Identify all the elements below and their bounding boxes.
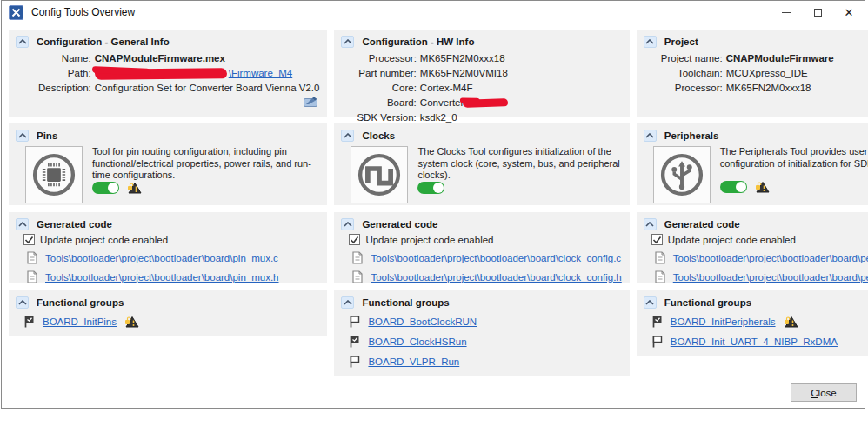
file-icon: [27, 270, 37, 283]
collapse-chevron-icon[interactable]: [341, 296, 354, 309]
panel-title: Pins: [37, 130, 57, 141]
redaction-scribble: [463, 99, 508, 109]
close-button[interactable]: Close: [791, 383, 857, 402]
update-project-code-checkbox[interactable]: [651, 234, 663, 245]
tool-description: Tool for pin routing configuration, incl…: [92, 146, 319, 182]
maximize-icon: [814, 9, 822, 17]
close-window-button[interactable]: ✕: [833, 1, 865, 23]
collapse-chevron-icon[interactable]: [16, 296, 29, 309]
panel-clocks-tool: Clocks The Clocks Tool configures initia…: [334, 123, 629, 205]
file-icon: [352, 251, 363, 264]
panel-general-info: Configuration - General Info Name: CNAPM…: [9, 30, 327, 117]
collapse-chevron-icon[interactable]: [341, 130, 354, 142]
collapse-chevron-icon[interactable]: [16, 130, 29, 142]
peripherals-enable-toggle[interactable]: [720, 181, 747, 193]
peripherals-tool-button[interactable]: [653, 146, 711, 203]
panel-title: Generated code: [664, 219, 740, 230]
flag-selected-icon: [23, 315, 35, 329]
file-icon: [655, 270, 665, 283]
generated-file-link[interactable]: Tools\bootloader\project\bootloader\boar…: [45, 272, 279, 283]
warning-icon: [755, 181, 770, 193]
panel-title: Configuration - General Info: [37, 37, 170, 47]
processor-label: Processor:: [675, 81, 723, 95]
minimize-button[interactable]: [771, 1, 802, 23]
panel-pins-tool: Pins: [9, 123, 327, 205]
maximize-button[interactable]: [802, 1, 833, 23]
collapse-chevron-icon[interactable]: [16, 36, 29, 48]
processor-value: MK65FN2M0xxx18: [726, 81, 868, 95]
clocks-tool-button[interactable]: [351, 146, 408, 203]
panel-clocks-functional-groups: Functional groups BOARD_BootClockRUN BOA…: [334, 290, 629, 376]
generated-file-link[interactable]: Tools\bootloader\project\bootloader\boar…: [371, 253, 621, 263]
clocks-enable-toggle[interactable]: [417, 182, 444, 194]
panel-hw-info: Configuration - HW Info Processor: MK65F…: [334, 30, 629, 117]
file-icon: [352, 270, 363, 283]
project-name-label: Project name:: [661, 51, 723, 65]
titlebar: Config Tools Overview ✕: [2, 1, 865, 23]
generated-file-link[interactable]: Tools\bootloader\project\bootloader\boar…: [45, 253, 278, 263]
sdk-version-label: SDK Version:: [357, 110, 416, 124]
collapse-chevron-icon[interactable]: [644, 296, 657, 309]
chip-icon: [30, 150, 78, 199]
redaction-scribble: [95, 68, 227, 80]
collapse-chevron-icon[interactable]: [644, 130, 657, 142]
functional-group-link[interactable]: BOARD_Init_UART_4_NIBP_RxDMA: [671, 336, 838, 347]
panel-peripherals-generated-code: Generated code Update project code enabl…: [637, 212, 868, 283]
generated-file-link[interactable]: Tools\bootloader\project\bootloader\boar…: [673, 253, 868, 263]
name-value: CNAPModuleFirmware.mex: [95, 51, 320, 65]
part-number-value: MK65FN2M0VMI18: [420, 66, 622, 80]
warning-icon: [127, 182, 142, 194]
panel-clocks-generated-code: Generated code Update project code enabl…: [334, 212, 629, 283]
collapse-chevron-icon[interactable]: [16, 218, 29, 230]
panel-title: Configuration - HW Info: [362, 37, 474, 47]
panel-title: Generated code: [362, 219, 437, 230]
path-label: Path:: [68, 66, 91, 80]
flag-selected-icon: [651, 315, 663, 329]
window-title: Config Tools Overview: [31, 6, 135, 18]
panel-title: Functional groups: [37, 297, 124, 308]
path-link[interactable]: \Firmware_M4: [229, 68, 292, 78]
functional-group-link[interactable]: BOARD_InitPeripherals: [671, 316, 776, 327]
panel-title: Project: [664, 37, 698, 47]
functional-group-link[interactable]: BOARD_VLPR_Run: [368, 356, 459, 367]
file-icon: [655, 251, 665, 264]
functional-group-link[interactable]: BOARD_BootClockRUN: [368, 316, 477, 327]
processor-label: Processor:: [369, 51, 417, 65]
collapse-chevron-icon[interactable]: [644, 218, 657, 230]
name-label: Name:: [62, 51, 91, 65]
panel-title: Peripherals: [664, 130, 719, 141]
generated-file-link[interactable]: Tools\bootloader\project\bootloader\boar…: [371, 272, 621, 283]
file-icon: [27, 251, 37, 264]
board-label: Board:: [387, 96, 417, 110]
panel-peripherals-tool: Peripherals: [637, 123, 868, 205]
flag-outline-icon: [349, 355, 360, 369]
collapse-chevron-icon[interactable]: [341, 218, 354, 230]
update-project-code-checkbox[interactable]: [23, 234, 35, 245]
board-value: Converter: [420, 97, 464, 108]
update-project-code-checkbox[interactable]: [349, 234, 360, 245]
toolchain-value: MCUXpresso_IDE: [726, 66, 868, 80]
flag-outline-icon: [651, 335, 663, 349]
sdk-version-value: ksdk2_0: [420, 110, 622, 124]
pins-tool-button[interactable]: [25, 146, 83, 203]
description-label: Description:: [38, 81, 91, 95]
minimize-icon: [782, 12, 791, 13]
generated-file-link[interactable]: Tools\bootloader\project\bootloader\boar…: [673, 272, 868, 283]
toolchain-label: Toolchain:: [678, 66, 723, 80]
part-number-label: Part number:: [358, 66, 416, 80]
panel-title: Functional groups: [362, 297, 449, 308]
close-icon: ✕: [845, 7, 854, 18]
description-value: Configuration Set for Converter Board Vi…: [95, 81, 320, 95]
collapse-chevron-icon[interactable]: [341, 36, 354, 48]
functional-group-link[interactable]: BOARD_InitPins: [43, 316, 117, 327]
checkbox-label: Update project code enabled: [365, 235, 493, 245]
warning-icon: [784, 316, 798, 328]
edit-description-icon[interactable]: [304, 95, 318, 110]
functional-group-link[interactable]: BOARD_ClockHSRun: [368, 336, 466, 347]
core-value: Cortex-M4F: [420, 81, 622, 95]
core-label: Core:: [392, 81, 417, 95]
pins-enable-toggle[interactable]: [92, 182, 119, 194]
collapse-chevron-icon[interactable]: [644, 36, 657, 48]
flag-outline-icon: [349, 315, 360, 329]
panel-title: Functional groups: [664, 297, 751, 308]
